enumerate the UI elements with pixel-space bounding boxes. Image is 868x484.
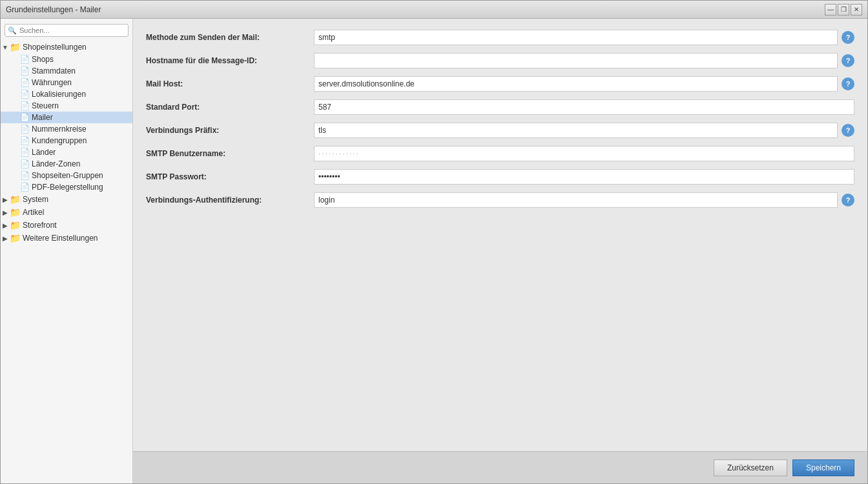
folder-icon-artikel: 📁 (10, 207, 21, 217)
group-label-storefront: Storefront (23, 221, 57, 230)
input-wrap-verbindungs-auth: ? (314, 192, 854, 208)
sidebar-label-pdf-belegerstellung: PDF-Belegerstellung (32, 183, 103, 192)
folder-icon-storefront: 📁 (10, 220, 21, 230)
form-row-hostname: Hostname für die Message-ID: ? (146, 52, 854, 70)
file-icon-laender: 📄 (20, 148, 30, 157)
label-methode: Methode zum Senden der Mail: (146, 33, 314, 42)
sidebar-item-laender-zonen[interactable]: 📄 Länder-Zonen (1, 158, 132, 170)
reset-button[interactable]: Zurücksetzen (714, 459, 787, 476)
help-btn-verbindungs-auth[interactable]: ? (842, 194, 854, 207)
form-row-verbindungs-praefix: Verbindungs Präfix: ? (146, 121, 854, 139)
sidebar-label-waehrungen: Währungen (32, 78, 72, 87)
toggle-weitere-einstellungen[interactable]: ▶ (1, 235, 10, 242)
input-verbindungs-auth[interactable] (314, 192, 838, 208)
label-smtp-passwort: SMTP Passwort: (146, 172, 314, 181)
toggle-shopeinstellungen[interactable]: ▼ (1, 44, 10, 51)
input-wrap-verbindungs-praefix: ? (314, 123, 854, 138)
file-icon-lokalisierungen: 📄 (20, 90, 30, 99)
sidebar-label-mailer: Mailer (32, 113, 53, 122)
group-label-system: System (23, 195, 48, 204)
input-smtp-benutzername[interactable] (314, 146, 854, 161)
sidebar-item-stammdaten[interactable]: 📄 Stammdaten (1, 65, 132, 77)
input-verbindungs-praefix[interactable] (314, 123, 838, 138)
sidebar-label-laender-zonen: Länder-Zonen (32, 159, 80, 168)
sidebar: 🔍 ▼ 📁 Shopeinstellungen 📄 Shops 📄 Stammd… (1, 19, 133, 483)
sidebar-label-stammdaten: Stammdaten (32, 66, 76, 76)
file-icon-pdf-belegerstellung: 📄 (20, 183, 30, 192)
window-controls: — ❐ ✕ (825, 4, 862, 15)
input-hostname[interactable] (314, 53, 838, 68)
input-methode[interactable] (314, 30, 838, 45)
form-row-methode: Methode zum Senden der Mail: ? (146, 28, 854, 46)
form-area: Methode zum Senden der Mail: ? Hostname … (133, 19, 867, 451)
sidebar-item-lokalisierungen[interactable]: 📄 Lokalisierungen (1, 88, 132, 100)
input-wrap-smtp-benutzername (314, 146, 854, 161)
file-icon-steuern: 📄 (20, 101, 30, 110)
form-row-smtp-passwort: SMTP Passwort: (146, 168, 854, 186)
close-button[interactable]: ✕ (851, 4, 862, 15)
label-verbindungs-praefix: Verbindungs Präfix: (146, 126, 314, 135)
titlebar: Grundeinstellungen - Mailer — ❐ ✕ (1, 1, 867, 19)
toggle-system[interactable]: ▶ (1, 196, 10, 203)
input-standard-port[interactable] (314, 99, 854, 115)
save-button[interactable]: Speichern (792, 459, 854, 476)
label-verbindungs-auth: Verbindungs-Authentifizierung: (146, 196, 314, 205)
sidebar-item-waehrungen[interactable]: 📄 Währungen (1, 77, 132, 88)
input-smtp-passwort[interactable] (314, 169, 854, 185)
sidebar-item-kundengruppen[interactable]: 📄 Kundengruppen (1, 135, 132, 146)
file-icon-stammdaten: 📄 (20, 66, 30, 76)
sidebar-item-pdf-belegerstellung[interactable]: 📄 PDF-Belegerstellung (1, 181, 132, 193)
help-btn-verbindungs-praefix[interactable]: ? (842, 124, 854, 137)
help-btn-methode[interactable]: ? (842, 31, 854, 44)
label-standard-port: Standard Port: (146, 103, 314, 112)
input-wrap-hostname: ? (314, 53, 854, 68)
file-icon-nummernkreise: 📄 (20, 125, 30, 134)
file-icon-laender-zonen: 📄 (20, 159, 30, 168)
form-row-mail-host: Mail Host: ? (146, 75, 854, 93)
form-row-verbindungs-auth: Verbindungs-Authentifizierung: ? (146, 191, 854, 209)
sidebar-item-shopeinstellungen[interactable]: ▼ 📁 Shopeinstellungen (1, 41, 132, 54)
window-title: Grundeinstellungen - Mailer (6, 5, 101, 14)
form-footer: Zurücksetzen Speichern (133, 451, 867, 483)
folder-icon-weitere-einstellungen: 📁 (10, 233, 21, 243)
sidebar-item-laender[interactable]: 📄 Länder (1, 146, 132, 158)
help-btn-hostname[interactable]: ? (842, 54, 854, 67)
input-mail-host[interactable] (314, 76, 838, 92)
main-window: Grundeinstellungen - Mailer — ❐ ✕ 🔍 ▼ 📁 … (0, 0, 868, 484)
main-panel: Methode zum Senden der Mail: ? Hostname … (133, 19, 867, 483)
sidebar-item-steuern[interactable]: 📄 Steuern (1, 100, 132, 112)
form-row-standard-port: Standard Port: (146, 98, 854, 116)
toggle-artikel[interactable]: ▶ (1, 209, 10, 216)
sidebar-item-artikel[interactable]: ▶ 📁 Artikel (1, 206, 132, 219)
sidebar-item-mailer[interactable]: 📄 Mailer (1, 112, 132, 123)
sidebar-label-kundengruppen: Kundengruppen (32, 136, 87, 145)
search-box: 🔍 (5, 24, 129, 37)
input-wrap-smtp-passwort (314, 169, 854, 185)
file-icon-kundengruppen: 📄 (20, 136, 30, 145)
sidebar-label-shopseiten-gruppen: Shopseiten-Gruppen (32, 171, 103, 180)
sidebar-item-weitere-einstellungen[interactable]: ▶ 📁 Weitere Einstellungen (1, 232, 132, 245)
sidebar-item-storefront[interactable]: ▶ 📁 Storefront (1, 219, 132, 232)
help-btn-mail-host[interactable]: ? (842, 77, 854, 90)
label-hostname: Hostname für die Message-ID: (146, 56, 314, 65)
minimize-button[interactable]: — (825, 4, 836, 15)
file-icon-shops: 📄 (20, 55, 30, 64)
sidebar-item-shopseiten-gruppen[interactable]: 📄 Shopseiten-Gruppen (1, 170, 132, 181)
form-row-smtp-benutzername: SMTP Benutzername: (146, 145, 854, 163)
sidebar-item-system[interactable]: ▶ 📁 System (1, 193, 132, 206)
group-label-shopeinstellungen: Shopeinstellungen (23, 43, 87, 52)
toggle-storefront[interactable]: ▶ (1, 222, 10, 229)
sidebar-label-nummernkreise: Nummernkreise (32, 125, 87, 134)
restore-button[interactable]: ❐ (838, 4, 849, 15)
search-input[interactable] (5, 24, 129, 37)
group-label-weitere-einstellungen: Weitere Einstellungen (23, 234, 98, 243)
content-area: 🔍 ▼ 📁 Shopeinstellungen 📄 Shops 📄 Stammd… (1, 19, 867, 483)
search-wrapper: 🔍 (5, 24, 129, 37)
sidebar-label-shops: Shops (32, 55, 54, 64)
sidebar-item-shops[interactable]: 📄 Shops (1, 54, 132, 65)
input-wrap-mail-host: ? (314, 76, 854, 92)
file-icon-waehrungen: 📄 (20, 78, 30, 87)
sidebar-item-nummernkreise[interactable]: 📄 Nummernkreise (1, 123, 132, 135)
group-label-artikel: Artikel (23, 208, 44, 217)
folder-icon: 📁 (10, 42, 21, 52)
